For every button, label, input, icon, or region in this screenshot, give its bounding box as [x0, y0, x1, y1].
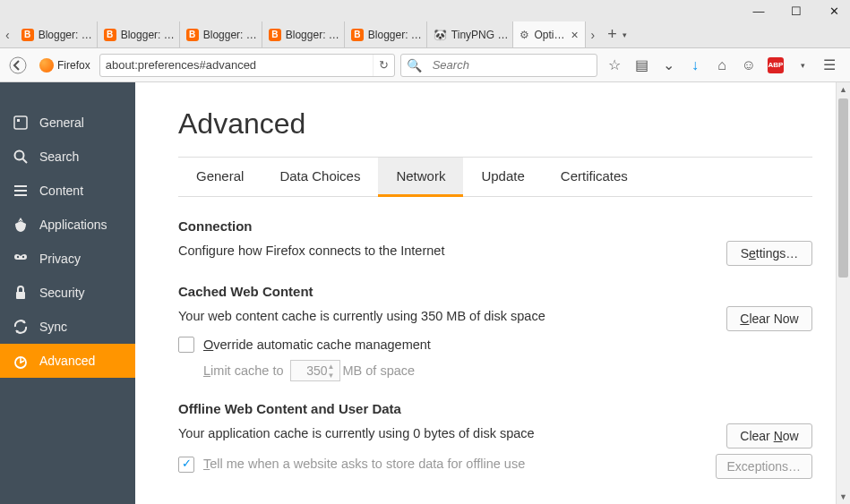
- blogger-icon: B: [104, 29, 116, 41]
- sidebar-item-content[interactable]: Content: [0, 174, 135, 208]
- url-input[interactable]: [100, 58, 373, 72]
- tab-label: TinyPNG …: [451, 29, 509, 41]
- dropdown-icon[interactable]: ▾: [794, 57, 811, 73]
- search-bar[interactable]: 🔍: [400, 54, 597, 77]
- subtab-certificates[interactable]: Certificates: [543, 158, 646, 196]
- cache-limit-suffix: MB of space: [342, 363, 415, 378]
- search-icon: 🔍: [401, 58, 427, 73]
- downloads-icon[interactable]: ↓: [687, 57, 703, 73]
- advanced-subtabs: GeneralData ChoicesNetworkUpdateCertific…: [178, 158, 812, 197]
- window-close-button[interactable]: ✕: [823, 2, 845, 20]
- window-titlebar: — ☐ ✕: [0, 0, 850, 21]
- search-icon: [13, 149, 29, 165]
- sidebar-item-security[interactable]: Security: [0, 276, 135, 310]
- tab-label: Blogger: …: [121, 29, 175, 41]
- svg-point-0: [10, 57, 26, 73]
- sidebar-item-label: Advanced: [39, 354, 95, 368]
- chat-icon[interactable]: ☺: [741, 57, 757, 73]
- browser-tab-6[interactable]: ⚙Opti…×: [513, 21, 585, 47]
- preferences-sidebar: GeneralSearchContentApplicationsPrivacyS…: [0, 82, 135, 504]
- privacy-icon: [13, 251, 29, 267]
- blogger-icon: B: [269, 29, 281, 41]
- blogger-icon: B: [351, 29, 364, 41]
- sidebar-item-general[interactable]: General: [0, 106, 135, 140]
- tab-label: Blogger: …: [286, 29, 339, 41]
- back-button[interactable]: [5, 53, 30, 78]
- search-input[interactable]: [427, 58, 597, 72]
- reload-button[interactable]: ↻: [373, 55, 394, 76]
- offline-exceptions-button[interactable]: Exceptions…: [716, 454, 812, 479]
- sidebar-item-label: Applications: [39, 218, 107, 232]
- scroll-up-icon[interactable]: ▲: [837, 82, 850, 97]
- general-icon: [13, 115, 29, 131]
- pocket-icon[interactable]: ⌄: [660, 57, 676, 73]
- advanced-icon: [13, 353, 29, 369]
- subtab-general[interactable]: General: [178, 158, 262, 196]
- offline-clear-button[interactable]: Clear Now: [726, 423, 812, 448]
- window-minimize-button[interactable]: —: [748, 2, 769, 20]
- url-bar[interactable]: ↻: [99, 54, 395, 77]
- connection-settings-button[interactable]: Settings…: [726, 241, 812, 266]
- tab-label: Blogger: …: [39, 29, 92, 41]
- window-maximize-button[interactable]: ☐: [786, 2, 807, 20]
- preferences-main: Advanced GeneralData ChoicesNetworkUpdat…: [135, 82, 850, 504]
- svg-point-12: [20, 362, 21, 363]
- sidebar-item-label: Content: [39, 184, 83, 198]
- svg-rect-2: [17, 119, 20, 122]
- scroll-down-icon[interactable]: ▼: [837, 490, 850, 504]
- scrollbar-thumb[interactable]: [838, 98, 848, 278]
- offline-desc: Your application cache is currently usin…: [178, 423, 726, 444]
- subtab-network[interactable]: Network: [378, 158, 463, 197]
- browser-tab-3[interactable]: BBlogger: …: [262, 21, 345, 47]
- sidebar-item-label: Security: [39, 286, 85, 300]
- vertical-scrollbar[interactable]: ▲ ▼: [836, 82, 850, 504]
- toolbar-right: ☆ ▤ ⌄ ↓ ⌂ ☺ ABP ▾ ☰: [603, 57, 845, 73]
- cache-limit-spinner[interactable]: ▲▼: [326, 362, 335, 380]
- sidebar-item-privacy[interactable]: Privacy: [0, 242, 135, 276]
- reader-view-icon[interactable]: ▤: [633, 57, 649, 73]
- override-cache-checkbox[interactable]: [178, 337, 194, 353]
- sidebar-item-advanced[interactable]: Advanced: [0, 344, 135, 378]
- tab-close-icon[interactable]: ×: [569, 28, 580, 42]
- bookmark-star-icon[interactable]: ☆: [606, 57, 622, 73]
- tab-label: Blogger: …: [203, 29, 257, 41]
- sidebar-item-sync[interactable]: Sync: [0, 310, 135, 344]
- svg-rect-6: [14, 190, 27, 192]
- browser-tab-0[interactable]: BBlogger: …: [15, 21, 98, 47]
- svg-point-8: [17, 256, 19, 258]
- home-icon[interactable]: ⌂: [714, 57, 730, 73]
- sidebar-item-label: Search: [39, 149, 79, 164]
- sidebar-item-search[interactable]: Search: [0, 140, 135, 174]
- sidebar-item-applications[interactable]: Applications: [0, 208, 135, 242]
- gear-icon: ⚙: [519, 29, 529, 41]
- blogger-icon: B: [186, 29, 199, 41]
- tab-scroll-left[interactable]: ‹: [0, 21, 15, 47]
- subtab-data-choices[interactable]: Data Choices: [262, 158, 378, 196]
- sidebar-item-label: Privacy: [39, 252, 81, 266]
- svg-rect-5: [14, 185, 27, 187]
- offline-tell-checkbox[interactable]: ✓: [178, 457, 194, 473]
- subtab-update[interactable]: Update: [463, 158, 542, 196]
- tab-scroll-right[interactable]: ›: [586, 21, 601, 47]
- svg-line-4: [23, 159, 28, 164]
- hamburger-menu-icon[interactable]: ☰: [821, 57, 837, 73]
- sync-icon: [13, 319, 29, 335]
- svg-rect-1: [14, 116, 27, 129]
- cache-heading: Cached Web Content: [178, 284, 812, 299]
- firefox-icon: [39, 58, 54, 73]
- browser-tab-4[interactable]: BBlogger: …: [345, 21, 427, 47]
- clear-cache-button[interactable]: Clear Now: [726, 306, 812, 331]
- url-identity[interactable]: Firefox: [36, 58, 94, 73]
- connection-desc: Configure how Firefox connects to the In…: [178, 241, 726, 261]
- new-tab-button[interactable]: +▾: [600, 21, 634, 47]
- offline-tell-label: Tell me when a website asks to store dat…: [203, 454, 525, 474]
- tab-label: Opti…: [534, 29, 564, 41]
- browser-navbar: Firefox ↻ 🔍 ☆ ▤ ⌄ ↓ ⌂ ☺ ABP ▾ ☰: [0, 48, 850, 82]
- adblock-icon[interactable]: ABP: [768, 57, 784, 73]
- svg-rect-10: [16, 292, 25, 299]
- url-identity-label: Firefox: [57, 59, 90, 72]
- browser-tab-5[interactable]: 🐼TinyPNG …: [427, 21, 514, 47]
- browser-tab-1[interactable]: BBlogger: …: [98, 21, 180, 47]
- browser-tab-2[interactable]: BBlogger: …: [180, 21, 262, 47]
- override-cache-label: Override automatic cache management: [203, 337, 431, 352]
